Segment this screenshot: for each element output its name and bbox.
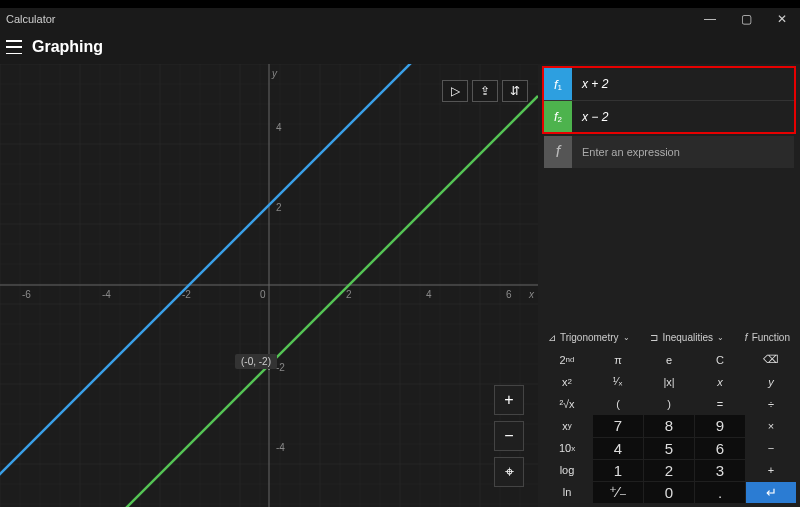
mode-title: Graphing [32,38,103,56]
trace-tooltip: (-0, -2) [235,354,277,369]
key-+[interactable]: + [746,460,796,481]
tick: -2 [182,289,191,300]
zoom-out-button[interactable]: − [494,421,524,451]
key-⁺⁄₋[interactable]: ⁺⁄₋ [593,482,643,503]
key-⌫[interactable]: ⌫ [746,349,796,370]
tick: 0 [260,289,266,300]
equation-row-2[interactable]: f2 x − 2 [544,100,794,132]
key-7[interactable]: 7 [593,415,643,436]
key-ln[interactable]: ln [542,482,592,503]
zoom-in-button[interactable]: + [494,385,524,415]
key-)[interactable]: ) [644,393,694,414]
entry-badge: f [544,136,572,168]
zoom-fit-button[interactable]: ⌖ [494,457,524,487]
menu-icon[interactable] [6,40,22,54]
header: Graphing [0,30,800,64]
entry-placeholder: Enter an expression [572,146,680,158]
key-8[interactable]: 8 [644,415,694,436]
key-1[interactable]: 1 [593,460,643,481]
key-↵[interactable]: ↵ [746,482,796,503]
close-button[interactable]: ✕ [764,8,800,30]
equation-entry[interactable]: f Enter an expression [544,136,794,168]
equation-row-1[interactable]: f1 x + 2 [544,68,794,100]
x-axis-label: x [529,289,534,300]
key-÷[interactable]: ÷ [746,393,796,414]
maximize-button[interactable]: ▢ [728,8,764,30]
key-10[interactable]: 10x [542,438,592,459]
key-¹⁄ₓ[interactable]: ¹⁄ₓ [593,371,643,392]
tick: -4 [102,289,111,300]
app-title: Calculator [6,13,56,25]
y-axis-label: y [272,68,277,79]
tab-func[interactable]: f Function [741,330,794,345]
trace-tool[interactable]: ▷ [442,80,468,102]
key-2[interactable]: 2nd [542,349,592,370]
key-x[interactable]: xy [542,415,592,436]
key-×[interactable]: × [746,415,796,436]
tick: -4 [276,442,285,453]
key-6[interactable]: 6 [695,438,745,459]
key-3[interactable]: 3 [695,460,745,481]
key-−[interactable]: − [746,438,796,459]
keypad-tabs: ⊿ Trigonometry ⌄ ⊐ Inequalities ⌄ f Func… [538,322,800,349]
key-=[interactable]: = [695,393,745,414]
equation-list: f1 x + 2 f2 x − 2 [542,66,796,134]
tick: 4 [426,289,432,300]
key-e[interactable]: e [644,349,694,370]
key-4[interactable]: 4 [593,438,643,459]
key-2[interactable]: 2 [644,460,694,481]
equation-expr-2: x − 2 [572,110,608,124]
tick: -6 [22,289,31,300]
plot-svg [0,64,538,507]
key-([interactable]: ( [593,393,643,414]
chevron-down-icon: ⌄ [623,333,630,342]
equation-badge-1: f1 [544,68,572,100]
equation-badge-2: f2 [544,101,572,132]
key-x[interactable]: x [695,371,745,392]
tick: 2 [276,202,282,213]
tick: 6 [506,289,512,300]
share-tool[interactable]: ⇪ [472,80,498,102]
key-9[interactable]: 9 [695,415,745,436]
key-x[interactable]: x2 [542,371,592,392]
graph-options[interactable]: ⇵ [502,80,528,102]
key-.[interactable]: . [695,482,745,503]
key-C[interactable]: C [695,349,745,370]
key-5[interactable]: 5 [644,438,694,459]
tab-ineq[interactable]: ⊐ Inequalities ⌄ [646,330,728,345]
key-|x|[interactable]: |x| [644,371,694,392]
key-y[interactable]: y [746,371,796,392]
tab-trig[interactable]: ⊿ Trigonometry ⌄ [544,330,634,345]
tick: -2 [276,362,285,373]
key-²√x[interactable]: ²√x [542,393,592,414]
titlebar: Calculator — ▢ ✕ [0,8,800,30]
key-log[interactable]: log [542,460,592,481]
minimize-button[interactable]: — [692,8,728,30]
tick: 2 [346,289,352,300]
key-π[interactable]: π [593,349,643,370]
chevron-down-icon: ⌄ [717,333,724,342]
graph-canvas[interactable]: y x -6 -4 -2 0 2 4 6 4 2 -2 -4 (-0, -2) … [0,64,538,507]
key-0[interactable]: 0 [644,482,694,503]
keypad: 2ndπeC⌫x2¹⁄ₓ|x|xy²√x()=÷xy789×10x456−log… [538,349,800,507]
equation-expr-1: x + 2 [572,77,608,91]
tick: 4 [276,122,282,133]
